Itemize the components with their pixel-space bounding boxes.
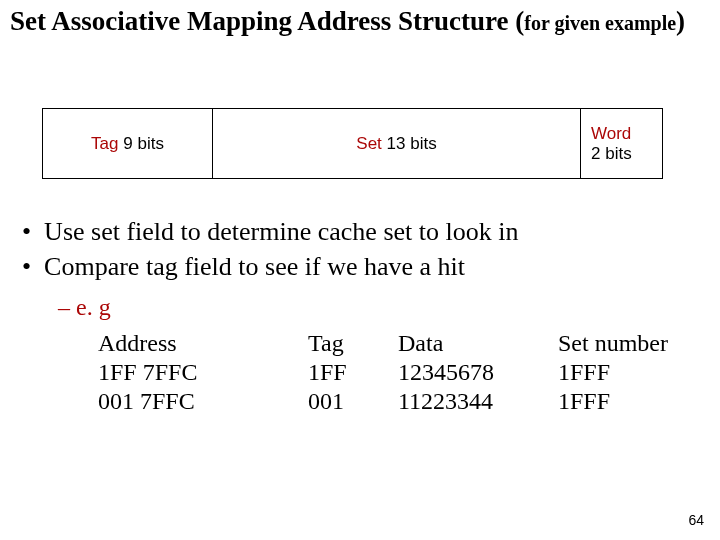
example-heading-text: e. g <box>76 294 111 320</box>
title-paren-open: ( <box>515 6 524 36</box>
example-row: 1FF 7FFC 1FF 12345678 1FFF <box>98 359 708 388</box>
cell-data: 12345678 <box>398 359 558 388</box>
cell-address: 001 7FFC <box>98 388 308 417</box>
title-sub: for given example <box>524 12 676 34</box>
cell-set: 1FFF <box>558 359 708 388</box>
slide-title: Set Associative Mapping Address Structur… <box>10 6 685 37</box>
example-table: Address Tag Data Set number 1FF 7FFC 1FF… <box>98 330 708 417</box>
slide: Set Associative Mapping Address Structur… <box>0 0 720 540</box>
title-paren-close: ) <box>676 6 685 36</box>
cell-data: 11223344 <box>398 388 558 417</box>
header-data: Data <box>398 330 558 359</box>
bullet-2: • Compare tag field to see if we have a … <box>22 251 518 284</box>
cell-tag: 1FF <box>308 359 398 388</box>
field-set: Set 13 bits <box>213 109 581 179</box>
field-tag: Tag 9 bits <box>43 109 213 179</box>
example-header-row: Address Tag Data Set number <box>98 330 708 359</box>
field-word: Word 2 bits <box>581 109 663 179</box>
field-tag-label: Tag <box>91 134 118 153</box>
bullet-1-text: Use set field to determine cache set to … <box>44 217 518 246</box>
bullet-1: • Use set field to determine cache set t… <box>22 216 518 249</box>
header-tag: Tag <box>308 330 398 359</box>
field-word-bits: 2 bits <box>591 144 632 163</box>
field-tag-bits: 9 bits <box>119 134 164 153</box>
address-structure-table: Tag 9 bits Set 13 bits Word 2 bits <box>42 108 663 179</box>
field-word-label: Word <box>591 124 631 143</box>
example-heading: – e. g <box>58 294 111 321</box>
field-set-label: Set <box>356 134 382 153</box>
page-number: 64 <box>688 512 704 528</box>
field-set-bits: 13 bits <box>382 134 437 153</box>
cell-set: 1FFF <box>558 388 708 417</box>
example-row: 001 7FFC 001 11223344 1FFF <box>98 388 708 417</box>
header-address: Address <box>98 330 308 359</box>
cell-address: 1FF 7FFC <box>98 359 308 388</box>
bullet-2-text: Compare tag field to see if we have a hi… <box>44 252 465 281</box>
bullet-list: • Use set field to determine cache set t… <box>22 216 518 283</box>
cell-tag: 001 <box>308 388 398 417</box>
header-set: Set number <box>558 330 708 359</box>
title-main: Set Associative Mapping Address Structur… <box>10 6 515 36</box>
